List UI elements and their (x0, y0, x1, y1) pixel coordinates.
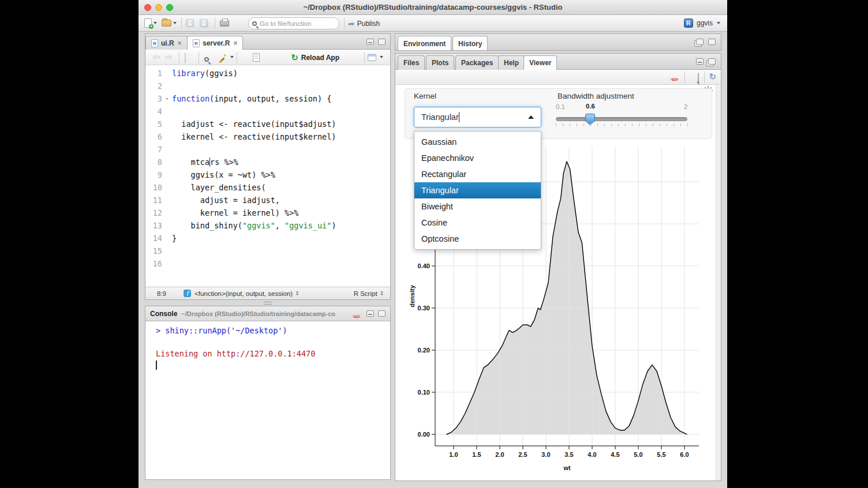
code-line[interactable]: mtcars %>% (172, 156, 390, 168)
goto-file-input[interactable]: Go to file/function (248, 17, 339, 29)
updown-icon: ⇕ (380, 290, 384, 296)
save-button[interactable] (185, 54, 186, 63)
dropdown-option-rectangular[interactable]: Rectangular (414, 166, 541, 182)
restore-pane-button[interactable] (696, 39, 704, 45)
code-line[interactable] (172, 143, 390, 156)
dropdown-option-gaussian[interactable]: Gaussian (414, 134, 541, 150)
back-icon[interactable]: ⇦ (152, 52, 160, 62)
publish-icon: ➦ (348, 19, 355, 28)
open-file-button[interactable] (162, 15, 177, 31)
window-title: ~/Dropbox (RStudio)/RStudio/training/dat… (139, 3, 727, 12)
code-line[interactable]: ikernel <- reactive(input$kernel) (172, 130, 390, 143)
console-interrupt-button[interactable]: STOP (353, 309, 360, 321)
code-line[interactable] (172, 80, 390, 92)
maximize-pane-button[interactable] (378, 310, 386, 317)
line-number: 14 (145, 232, 170, 245)
doc-type-selector[interactable]: R Script ⇕ (354, 287, 384, 299)
code-line[interactable]: library(ggvis) (172, 67, 390, 80)
maximize-pane-button[interactable] (708, 39, 716, 45)
svg-text:6.0: 6.0 (680, 451, 689, 458)
toolbar-separator (704, 72, 705, 83)
horizontal-splitter[interactable] (145, 300, 391, 306)
toolbar-separator (199, 52, 199, 63)
find-button[interactable] (204, 54, 209, 63)
console-output[interactable]: > shiny::runApp('~/Desktop')Listening on… (145, 321, 390, 479)
svg-text:2.0: 2.0 (495, 451, 504, 458)
code-line[interactable] (172, 257, 390, 270)
cursor-position: 8:9 (157, 287, 166, 299)
dropdown-option-cosine[interactable]: Cosine (414, 215, 541, 231)
toolbar-separator (215, 17, 215, 29)
fold-marker-icon[interactable]: ▾ (166, 92, 169, 105)
r-file-icon: R (151, 39, 158, 47)
minimize-pane-button[interactable] (366, 310, 374, 317)
code-line[interactable]: kernel = ikernel) %>% (172, 207, 390, 219)
svg-text:0.40: 0.40 (418, 262, 430, 269)
environment-tabbar: Environment History (395, 34, 721, 51)
console-line (156, 336, 390, 348)
reload-app-button[interactable]: ↻ Reload App (291, 52, 339, 63)
tab-environment[interactable]: Environment (398, 36, 451, 51)
project-menu-button[interactable]: R ggvis (684, 17, 720, 29)
minimize-pane-button[interactable] (696, 58, 704, 65)
line-number: 1 (145, 67, 170, 80)
tab-help[interactable]: Help (498, 55, 525, 70)
code-editor[interactable]: 123▾45678910111213141516 library(ggvis)f… (145, 65, 390, 287)
publish-button[interactable]: ➦ Publish (348, 17, 380, 29)
dropdown-option-triangular[interactable]: Triangular (414, 182, 541, 198)
minimize-pane-button[interactable] (366, 39, 374, 45)
code-line[interactable] (172, 245, 390, 257)
open-in-new-window-button[interactable] (698, 73, 699, 84)
kernel-dropdown-menu: Gaussian Epanechnikov Rectangular Triang… (414, 131, 541, 250)
rstudio-window: ~/Dropbox (RStudio)/RStudio/training/dat… (139, 0, 727, 488)
close-icon[interactable]: × (178, 39, 182, 47)
tab-server-r[interactable]: R server.R × (187, 36, 243, 50)
tab-plots[interactable]: Plots (426, 55, 454, 70)
code-tools-button[interactable] (218, 54, 226, 63)
dropdown-option-biweight[interactable]: Biweight (414, 198, 541, 215)
stop-app-button[interactable]: STOP (671, 72, 678, 84)
code-line[interactable]: bind_shiny("ggvis", "ggvis_ui") (172, 219, 390, 232)
tab-packages[interactable]: Packages (455, 55, 499, 70)
code-line[interactable]: } (172, 232, 390, 245)
code-line[interactable]: adjust = iadjust, (172, 194, 390, 207)
save-all-button[interactable] (200, 15, 208, 31)
kernel-select-input[interactable]: Triangular (414, 107, 541, 127)
source-pane-layout-button[interactable] (368, 54, 376, 63)
tab-ui-r[interactable]: R ui.R × (145, 36, 188, 50)
save-icon (186, 19, 194, 27)
code-line[interactable]: ggvis(x = ~wt) %>% (172, 168, 390, 181)
forward-icon[interactable]: ⇨ (165, 52, 173, 62)
new-file-button[interactable]: + (144, 15, 157, 31)
compile-report-button[interactable] (253, 53, 260, 63)
code-line[interactable]: layer_densities( (172, 181, 390, 194)
tab-viewer[interactable]: Viewer (523, 55, 557, 70)
refresh-icon: ↻ (709, 72, 716, 81)
svg-text:4.5: 4.5 (611, 451, 619, 458)
console-header: Console ~/Dropbox (RStudio)/RStudio/trai… (145, 306, 390, 321)
scope-selector[interactable]: f <function>(input, output, session) ⇕ (184, 287, 300, 299)
restore-pane-button[interactable] (708, 58, 716, 65)
maximize-pane-button[interactable] (378, 39, 386, 45)
refresh-viewer-button[interactable]: ↻ (709, 72, 716, 82)
code-line[interactable]: iadjust <- reactive(input$adjust) (172, 118, 390, 130)
tab-history[interactable]: History (452, 36, 488, 51)
save-button[interactable] (186, 15, 194, 31)
code-line[interactable] (172, 105, 390, 118)
tab-files[interactable]: Files (398, 55, 425, 70)
environment-pane: Environment History (395, 33, 721, 51)
dropdown-option-epanechnikov[interactable]: Epanechnikov (414, 150, 541, 166)
save-all-icon (200, 19, 208, 27)
new-file-icon: + (144, 18, 152, 28)
close-icon[interactable]: × (233, 39, 237, 47)
bandwidth-slider-track[interactable] (556, 117, 687, 121)
print-button[interactable] (220, 15, 229, 31)
editor-code[interactable]: library(ggvis)function(input, output, se… (172, 67, 390, 270)
code-line[interactable]: function(input, output, session) { (172, 92, 390, 105)
dropdown-option-optcosine[interactable]: Optcosine (414, 231, 541, 247)
function-icon: f (184, 290, 191, 297)
desktop: ~/Dropbox (RStudio)/RStudio/training/dat… (0, 0, 868, 488)
line-number: 6 (145, 130, 170, 143)
popout-icon (698, 73, 699, 84)
console-line: > shiny::runApp('~/Desktop') (156, 325, 390, 336)
